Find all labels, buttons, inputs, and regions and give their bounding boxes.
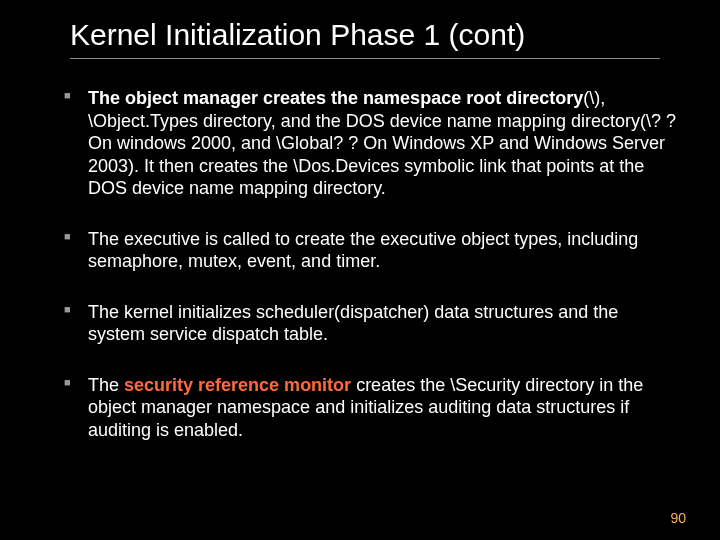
slide-title: Kernel Initialization Phase 1 (cont)	[70, 18, 660, 59]
list-item: The object manager creates the namespace…	[60, 87, 680, 200]
list-item: The executive is called to create the ex…	[60, 228, 680, 273]
bullet-highlight: security reference monitor	[124, 375, 351, 395]
bullet-list: The object manager creates the namespace…	[60, 87, 680, 441]
bullet-text: The executive is called to create the ex…	[88, 229, 638, 272]
bullet-bold-lead: The object manager creates the namespace…	[88, 88, 583, 108]
page-number: 90	[670, 510, 686, 526]
list-item: The kernel initializes scheduler(dispatc…	[60, 301, 680, 346]
bullet-pre: The	[88, 375, 124, 395]
list-item: The security reference monitor creates t…	[60, 374, 680, 442]
bullet-text: The kernel initializes scheduler(dispatc…	[88, 302, 618, 345]
slide: Kernel Initialization Phase 1 (cont) The…	[0, 0, 720, 540]
